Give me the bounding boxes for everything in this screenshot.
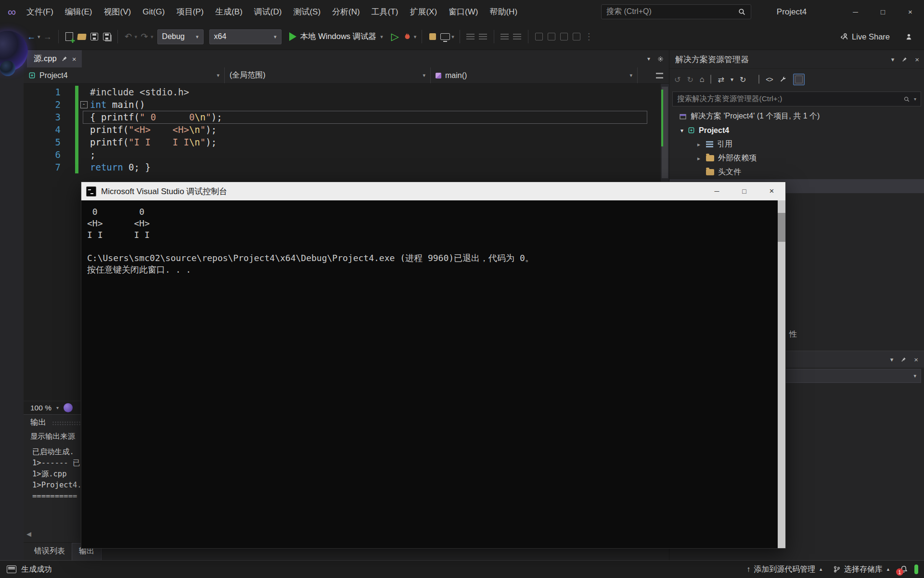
menu-item[interactable]: 扩展(X) [404,0,443,24]
global-search-box[interactable]: 搜索 (Ctrl+Q) [601,4,751,19]
tree-project-row[interactable]: ▾ Project4 [669,123,924,137]
outdent-icon[interactable] [478,28,488,45]
console-close-button[interactable]: × [758,182,785,200]
sync-caret[interactable]: ▾ [731,76,733,83]
document-tab[interactable]: 源.cpp × [27,50,82,67]
minimize-button[interactable]: ─ [842,0,869,24]
live-share-button[interactable]: Live Share [840,32,890,41]
comment-icon[interactable] [500,28,510,45]
close-icon[interactable]: × [914,355,918,364]
accessibility-icon[interactable] [64,403,73,412]
view-code-icon[interactable]: <> [766,76,772,83]
sync-with-active-document-icon[interactable]: ⇄ [718,75,724,84]
save-icon[interactable] [90,28,99,45]
navigate-back-caret[interactable]: ▾ [38,34,40,40]
code-line[interactable]: 1#include <stdio.h> [24,86,661,98]
maximize-button[interactable]: □ [869,0,897,24]
solution-configuration-combo[interactable]: Debug ▾ [157,29,204,44]
navigate-forward-icon[interactable]: → [43,28,52,45]
code-line[interactable]: 5printf("I I I I\n"); [24,136,661,148]
close-button[interactable]: × [897,0,924,24]
console-maximize-button[interactable]: □ [731,182,758,200]
code-text[interactable]: #include <stdio.h> [88,86,189,98]
menu-item[interactable]: 项目(P) [170,0,209,24]
menu-item[interactable]: 生成(B) [209,0,248,24]
undo-icon[interactable]: ↶ [124,28,133,45]
pin-icon[interactable] [900,356,907,363]
new-project-icon[interactable] [64,28,74,45]
console-title-bar[interactable]: Microsoft Visual Studio 调试控制台 ─ □ × [81,182,785,200]
toggle-bookmark-icon[interactable] [534,28,544,45]
split-window-icon[interactable] [650,67,669,83]
clear-bookmarks-icon[interactable] [572,28,581,45]
start-without-debugging-icon[interactable]: ▷ [390,28,400,45]
attach-process-icon[interactable] [428,28,437,45]
redo-icon[interactable]: ↷ [140,28,149,45]
tree-item[interactable]: ▸引用 [669,137,924,151]
code-line[interactable]: 6; [24,148,661,161]
open-file-icon[interactable] [77,28,87,45]
menu-item[interactable]: 视图(V) [98,0,137,24]
menu-item[interactable]: 工具(T) [366,0,404,24]
code-line[interactable]: 3{ printf(" 0 0\n"); [24,111,661,123]
code-text[interactable]: int main() [88,98,145,111]
menu-item[interactable]: 测试(S) [287,0,326,24]
tree-item[interactable]: ▸外部依赖项 [669,151,924,165]
hot-reload-icon[interactable] [403,28,412,45]
home-icon[interactable]: ⌂ [700,75,705,84]
prev-bookmark-icon[interactable] [547,28,556,45]
member-dropdown[interactable]: main() ▾ [431,67,638,83]
scope-dropdown[interactable]: (全局范围) ▾ [225,67,431,83]
debug-target-icon[interactable] [440,28,450,45]
menu-item[interactable]: 文件(F) [21,0,59,24]
pin-icon[interactable] [61,55,68,62]
hscroll-left-icon[interactable]: ◀ [26,530,31,538]
console-minimize-button[interactable]: ─ [703,182,731,200]
overlay-orb-small[interactable] [0,61,15,76]
active-files-chevron-icon[interactable]: ▾ [647,55,650,62]
tree-item[interactable]: 头文件 [669,165,924,179]
console-scrollbar-thumb[interactable] [778,213,785,242]
menu-item[interactable]: 帮助(H) [484,0,523,24]
search-options-caret[interactable]: ▾ [914,96,916,102]
console-scrollbar[interactable] [778,200,785,548]
explorer-back-icon[interactable]: ↺ [674,75,680,84]
code-text[interactable]: return 0; } [88,161,151,173]
zoom-chevron-icon[interactable]: ▾ [56,405,59,410]
toolbar-overflow-icon[interactable]: ⋮ [584,28,594,45]
menu-item[interactable]: 编辑(E) [59,0,98,24]
hot-reload-caret[interactable]: ▾ [414,34,417,40]
uncomment-icon[interactable] [513,28,522,45]
code-text[interactable]: printf("I I I I\n"); [88,136,217,148]
navigate-back-icon[interactable]: ← [26,28,36,45]
code-line[interactable]: 7return 0; } [24,161,661,173]
menu-item[interactable]: 窗口(W) [443,0,484,24]
indent-icon[interactable] [466,28,475,45]
notifications-button[interactable]: 1 [899,565,908,574]
tab-error-list[interactable]: 错误列表 [27,543,72,560]
refresh-icon[interactable]: ↻ [740,75,746,84]
show-all-files-icon[interactable] [758,75,759,84]
expander-open-icon[interactable]: ▾ [676,127,688,134]
save-all-icon[interactable] [102,28,112,45]
expander-icon[interactable]: ▸ [692,141,706,148]
pin-icon[interactable] [901,56,908,63]
preview-selected-items-icon[interactable] [793,74,805,85]
start-debugging-button[interactable]: 本地 Windows 调试器 ▾ [289,31,384,42]
debug-target-caret[interactable]: ▾ [451,34,454,40]
solution-platform-combo[interactable]: x64 ▾ [209,29,282,44]
properties-wrench-icon[interactable] [779,76,787,83]
project-dropdown[interactable]: Project4 ▾ [24,67,225,83]
zoom-level-value[interactable]: 100 % [30,404,51,412]
explorer-forward-icon[interactable]: ↻ [687,75,693,84]
feedback-icon[interactable] [904,28,913,45]
code-line[interactable]: 2-int main() [24,98,661,111]
next-bookmark-icon[interactable] [559,28,569,45]
editor-options-gear-icon[interactable] [657,55,664,63]
tab-close-icon[interactable]: × [72,55,77,63]
code-text[interactable]: ; [88,148,95,161]
menu-item[interactable]: 调试(D) [248,0,288,24]
switch-views-icon[interactable] [710,75,711,84]
undo-caret[interactable]: ▾ [135,34,138,40]
select-repository-button[interactable]: 选择存储库 ▲ [830,565,893,575]
